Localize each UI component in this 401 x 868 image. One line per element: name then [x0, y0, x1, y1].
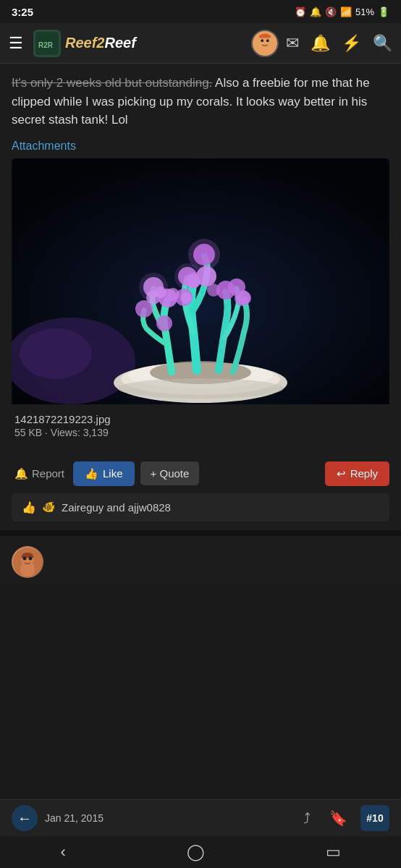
nav-back-button[interactable]: ‹: [46, 840, 80, 864]
reply-label: Reply: [350, 467, 378, 480]
post-body-text: It's only 2 weeks old but outstanding. A…: [0, 64, 401, 137]
logo-badge: R2R: [33, 30, 61, 57]
svg-point-32: [180, 292, 192, 304]
image-meta: 55 KB · Views: 3,139: [14, 427, 387, 446]
svg-point-19: [156, 315, 172, 331]
svg-point-35: [174, 263, 200, 289]
battery-indicator: 51%: [355, 7, 374, 17]
svg-point-6: [266, 39, 269, 42]
reply-icon: ↩: [337, 467, 346, 480]
next-post-avatar: [12, 546, 43, 578]
post-date: Jan 21, 2015: [45, 812, 290, 824]
svg-point-41: [23, 556, 27, 560]
content-area: It's only 2 weeks old but outstanding. A…: [0, 64, 401, 585]
section-divider: [0, 530, 401, 536]
alarm-icon: ⏰: [295, 7, 306, 17]
signal-icon: 📶: [340, 7, 352, 17]
mail-icon[interactable]: ✉: [286, 34, 299, 53]
bell-icon[interactable]: 🔔: [311, 34, 330, 53]
status-icons: ⏰ 🔔 🔇 📶 51% 🔋: [295, 7, 389, 17]
nav-recents-button[interactable]: ▭: [311, 840, 355, 864]
post-text-content: It's only 2 weeks old but outstanding. A…: [12, 76, 370, 127]
attachments-label: Attachments: [0, 137, 401, 158]
reply-button[interactable]: ↩ Reply: [325, 461, 389, 486]
report-button[interactable]: 🔔 Report: [12, 463, 67, 485]
like-icon: 👍: [85, 467, 98, 480]
user-avatar[interactable]: [251, 30, 279, 57]
post-nav-bar: ← Jan 21, 2015 ⤴ 🔖 #10: [0, 800, 401, 836]
like-label: Like: [103, 467, 123, 480]
share-icon[interactable]: ⤴: [297, 807, 316, 830]
likes-row: 👍 🐠 Zaireguy and ajjw0828: [12, 493, 389, 522]
logo-text: Reef2Reef: [65, 35, 136, 51]
nav-icons: ✉ 🔔 ⚡ 🔍: [286, 34, 392, 53]
report-icon: 🔔: [14, 467, 28, 480]
likes-text: Zaireguy and ajjw0828: [62, 501, 171, 514]
strikethrough-text: It's only 2 weeks old but outstanding.: [12, 76, 212, 90]
action-row: 🔔 Report 👍 Like + Quote ↩ Reply: [0, 454, 401, 493]
lightning-icon[interactable]: ⚡: [342, 34, 361, 53]
post-image-container[interactable]: 1421872219223.jpg 55 KB · Views: 3,139: [12, 158, 389, 448]
svg-point-29: [237, 291, 251, 305]
report-label: Report: [32, 467, 64, 480]
mute-icon: 🔇: [325, 7, 337, 17]
like-button[interactable]: 👍 Like: [73, 461, 135, 486]
battery-icon: 🔋: [378, 7, 389, 17]
bottom-bar: ← Jan 21, 2015 ⤴ 🔖 #10 ‹ ◯ ▭: [0, 799, 401, 868]
image-filename: 1421872219223.jpg: [14, 409, 387, 427]
quote-button[interactable]: + Quote: [140, 461, 200, 485]
svg-point-42: [29, 556, 33, 560]
svg-point-36: [139, 273, 168, 302]
nav-home-button[interactable]: ◯: [172, 840, 219, 864]
back-button[interactable]: ←: [12, 805, 38, 831]
svg-text:R2R: R2R: [38, 41, 54, 49]
navbar: ☰ R2R Reef2Reef ✉ 🔔: [0, 23, 401, 64]
likes-avatar-icon: 🐠: [42, 501, 56, 514]
svg-point-37: [117, 378, 284, 399]
system-nav-bar: ‹ ◯ ▭: [0, 836, 401, 868]
hamburger-menu-icon[interactable]: ☰: [9, 34, 23, 53]
next-post-preview: [0, 539, 401, 585]
svg-point-31: [166, 288, 180, 301]
logo-container: R2R Reef2Reef: [33, 30, 244, 57]
likes-thumb-icon: 👍: [22, 501, 36, 514]
status-time: 3:25: [12, 6, 33, 18]
coral-image[interactable]: [12, 158, 389, 404]
svg-point-33: [207, 284, 220, 297]
quote-label: + Quote: [151, 467, 190, 480]
search-icon[interactable]: 🔍: [373, 34, 392, 53]
svg-point-5: [261, 39, 263, 42]
post-number-button[interactable]: #10: [360, 805, 389, 831]
status-bar: 3:25 ⏰ 🔔 🔇 📶 51% 🔋: [0, 0, 401, 23]
svg-point-10: [20, 328, 92, 379]
bookmark-icon[interactable]: 🔖: [324, 807, 353, 830]
notification-icon: 🔔: [310, 7, 321, 17]
